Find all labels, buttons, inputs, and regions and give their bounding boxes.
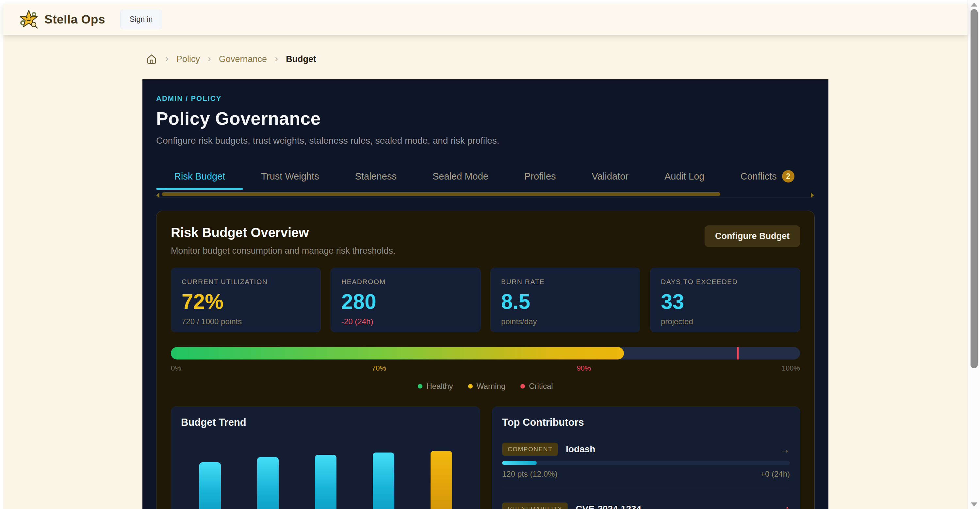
scroll-up-arrow-icon[interactable] (971, 3, 977, 6)
contributor-progress-fill (502, 461, 537, 465)
configure-budget-button[interactable]: Configure Budget (705, 225, 800, 247)
stat-card-current-utilization: CURRENT UTILIZATION72%720 / 1000 points (171, 268, 321, 332)
trend-bar (257, 457, 278, 509)
stat-label: DAYS TO EXCEEDED (661, 278, 789, 286)
tab-risk-budget[interactable]: Risk Budget (156, 165, 243, 190)
trend-bar-column: 12/22 (355, 452, 412, 509)
legend-dot-icon (468, 384, 473, 388)
contributor-progress-track (502, 461, 790, 465)
legend-label: Warning (477, 382, 505, 391)
home-icon[interactable] (146, 53, 158, 65)
brand: Stella Ops (18, 9, 105, 30)
critical-threshold-marker (737, 347, 738, 360)
trend-bar-column: 12/15 (297, 455, 355, 509)
status-legend: HealthyWarningCritical (171, 382, 800, 391)
tab-label: Audit Log (665, 171, 705, 182)
tab-trust-weights[interactable]: Trust Weights (243, 165, 337, 190)
breadcrumb-separator: › (165, 54, 169, 65)
stat-label: CURRENT UTILIZATION (181, 278, 310, 286)
legend-item-critical: Critical (520, 382, 553, 391)
tab-validator[interactable]: Validator (574, 165, 646, 190)
legend-label: Healthy (426, 382, 453, 391)
tab-label: Sealed Mode (433, 171, 488, 182)
page-subtitle: Configure risk budgets, trust weights, s… (156, 135, 815, 146)
tab-label: Trust Weights (261, 171, 319, 182)
legend-item-healthy: Healthy (418, 382, 453, 391)
stella-ops-logo-icon (18, 9, 39, 30)
stat-label: HEADROOM (341, 278, 470, 286)
legend-dot-icon (418, 384, 422, 388)
stat-label: BURN RATE (501, 278, 630, 286)
contributor-row-cve-2024-1234: VULNERABILITYCVE-2024-1234↑95 pts (9.5%)… (502, 503, 790, 509)
tab-scrollbar-thumb[interactable] (162, 192, 720, 196)
trend-up-arrow-icon[interactable]: ↑ (785, 503, 790, 509)
tab-conflicts[interactable]: Conflicts2 (722, 165, 812, 190)
tab-scroll-left-arrow-icon[interactable] (156, 193, 159, 198)
top-contributors-panel: Top Contributors COMPONENTlodash→120 pts… (492, 406, 800, 509)
tab-scrollbar (156, 192, 815, 198)
tab-staleness[interactable]: Staleness (337, 165, 415, 190)
stat-card-row: CURRENT UTILIZATION72%720 / 1000 pointsH… (171, 268, 800, 332)
breadcrumb-link-governance[interactable]: Governance (219, 54, 267, 64)
brand-name: Stella Ops (45, 13, 105, 27)
budget-utilization-bar (171, 347, 800, 360)
page-title: Policy Governance (156, 108, 815, 129)
tab-count-badge: 2 (782, 170, 794, 182)
trend-bar-column: 12/8 (239, 457, 297, 509)
risk-budget-overview-card: Risk Budget Overview Monitor budget cons… (156, 211, 815, 509)
budget-tick-label: 70% (372, 364, 386, 373)
contributor-row-head: VULNERABILITYCVE-2024-1234↑ (502, 503, 790, 509)
legend-item-warning: Warning (468, 382, 505, 391)
tab-label: Validator (592, 171, 628, 182)
contributor-name: lodash (566, 444, 595, 455)
tab-scroll-right-arrow-icon[interactable] (811, 193, 814, 198)
browser-scrollbar[interactable] (967, 0, 980, 509)
trend-bar (199, 462, 221, 509)
tab-audit-log[interactable]: Audit Log (646, 165, 722, 190)
contributor-meta: 120 pts (12.0%)+0 (24h) (502, 469, 790, 479)
trend-bar-column: 12/1 (181, 462, 239, 509)
detail-arrow-icon[interactable]: → (780, 443, 790, 455)
scroll-down-arrow-icon[interactable] (971, 503, 977, 506)
stat-sub: 720 / 1000 points (181, 317, 310, 326)
trend-bar-column: 12/29 (412, 451, 470, 509)
budget-utilization-fill (171, 347, 624, 360)
contributor-type-badge: COMPONENT (502, 443, 558, 456)
contributor-points: 120 pts (12.0%) (502, 469, 557, 479)
sign-in-button[interactable]: Sign in (120, 10, 162, 29)
policy-governance-panel: ADMIN / POLICY Policy Governance Configu… (142, 79, 829, 509)
breadcrumb-separator: › (208, 54, 211, 65)
budget-tick-label: 100% (782, 364, 800, 373)
tab-label: Conflicts (740, 171, 776, 182)
budget-trend-chart: 12/112/812/1512/2212/29 (181, 440, 470, 509)
breadcrumb: › Policy › Governance › Budget (142, 52, 829, 66)
contributor-type-badge: VULNERABILITY (502, 503, 568, 509)
tab-strip: Risk BudgetTrust WeightsStalenessSealed … (156, 165, 829, 190)
trend-bar (373, 452, 394, 509)
stat-sub: points/day (501, 317, 630, 326)
section-eyebrow: ADMIN / POLICY (156, 94, 815, 103)
budget-bar-tick-labels: 0%70%90%100% (171, 364, 800, 373)
budget-tick-label: 90% (577, 364, 591, 373)
stat-sub: -20 (24h) (341, 317, 470, 326)
tab-label: Risk Budget (174, 171, 225, 182)
tab-profiles[interactable]: Profiles (506, 165, 574, 190)
legend-label: Critical (529, 382, 553, 391)
page-background: Stella Ops Sign in › Policy › Governance… (3, 4, 967, 509)
contributor-row-head: COMPONENTlodash→ (502, 443, 790, 456)
browser-scrollbar-thumb[interactable] (970, 9, 978, 368)
contributor-list: COMPONENTlodash→120 pts (12.0%)+0 (24h)V… (502, 443, 790, 509)
breadcrumb-separator: › (275, 54, 278, 65)
trend-bar (315, 455, 336, 509)
breadcrumb-link-policy[interactable]: Policy (177, 54, 200, 64)
stat-value: 33 (661, 290, 789, 314)
budget-tick-label: 0% (171, 364, 181, 373)
stat-value: 280 (341, 290, 470, 314)
tab-pl[interactable]: Pl (813, 165, 829, 190)
contributor-name: CVE-2024-1234 (576, 504, 641, 509)
tab-sealed-mode[interactable]: Sealed Mode (415, 165, 506, 190)
overview-subtitle: Monitor budget consumption and manage ri… (171, 246, 395, 256)
overview-title: Risk Budget Overview (171, 225, 395, 240)
stat-sub: projected (661, 317, 789, 326)
tab-label: Profiles (524, 171, 556, 182)
